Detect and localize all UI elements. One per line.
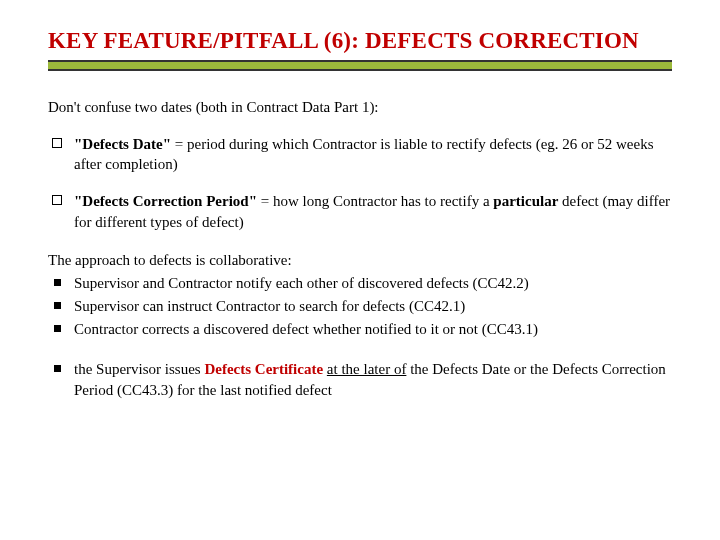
definition-item: "Defects Correction Period" = how long C… (48, 191, 672, 232)
term-label: "Defects Date" (74, 136, 171, 152)
cert-red-term: Defects Certificate (204, 361, 323, 377)
collab-list: Supervisor and Contractor notify each ot… (48, 273, 672, 339)
definition-item: "Defects Date" = period during which Con… (48, 134, 672, 175)
list-item: Contractor corrects a discovered defect … (48, 319, 672, 340)
term-desc-a: = how long Contractor has to rectify a (257, 193, 493, 209)
intro-text: Don't confuse two dates (both in Contrac… (48, 97, 672, 118)
term-emphasis: particular (493, 193, 558, 209)
cert-lead: the Supervisor issues (74, 361, 204, 377)
slide-body: Don't confuse two dates (both in Contrac… (48, 97, 672, 401)
accent-bar (48, 60, 672, 71)
certificate-list: the Supervisor issues Defects Certificat… (48, 359, 672, 400)
definitions-list: "Defects Date" = period during which Con… (48, 134, 672, 233)
cert-underline: at the later of (327, 361, 407, 377)
list-item: Supervisor and Contractor notify each ot… (48, 273, 672, 294)
list-item: Supervisor can instruct Contractor to se… (48, 296, 672, 317)
collab-intro: The approach to defects is collaborative… (48, 250, 672, 271)
term-label: "Defects Correction Period" (74, 193, 257, 209)
slide-title: KEY FEATURE/PITFALL (6): DEFECTS CORRECT… (48, 28, 672, 54)
list-item: the Supervisor issues Defects Certificat… (48, 359, 672, 400)
slide: KEY FEATURE/PITFALL (6): DEFECTS CORRECT… (0, 0, 720, 540)
